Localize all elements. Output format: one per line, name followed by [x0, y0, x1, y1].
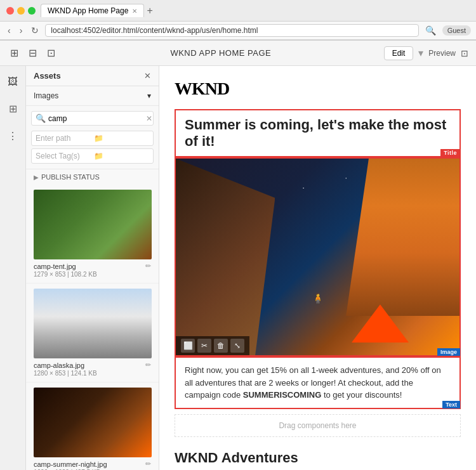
tab-title: WKND App Home Page [48, 6, 128, 15]
guest-badge: Guest [442, 25, 471, 36]
folder-icon: 📁 [94, 134, 150, 143]
tag-placeholder: Select Tag(s) [36, 152, 91, 160]
asset-edit-icon[interactable]: ✏ [145, 460, 151, 468]
adventures-title: WKND Adventures [175, 450, 461, 466]
tag-folder-icon: 📁 [94, 152, 150, 160]
drag-hint: Drag components here [175, 414, 461, 437]
content-area: WKND Summer is coming, let's make the mo… [159, 66, 476, 470]
tag-select-row[interactable]: Select Tag(s) 📁 [31, 148, 154, 164]
asset-meta: 1279 × 853 | 108.2 KB [34, 271, 151, 278]
asset-edit-icon[interactable]: ✏ [145, 361, 151, 369]
assets-sidebar: Assets ✕ Images ▾ 🔍 ✕ Enter path 📁 Selec… [26, 66, 159, 470]
address-bar: ‹ › ↻ 🔍 Guest [0, 22, 476, 40]
tab-bar: WKND App Home Page ✕ + [41, 4, 153, 17]
layers-icon[interactable]: ⊞ [8, 44, 21, 62]
publish-status-row[interactable]: ▶ PUBLISH STATUS [26, 169, 159, 185]
asset-thumbnail[interactable] [34, 388, 152, 457]
asset-search-bar: 🔍 ✕ [31, 111, 154, 126]
assets-icon[interactable]: 🖼 [5, 74, 20, 90]
edit-button[interactable]: Edit [384, 46, 414, 60]
grid-icon[interactable]: ⊡ [44, 44, 58, 62]
resize-tool-button[interactable]: ⤡ [230, 339, 244, 353]
crop-tool-button[interactable]: ⬜ [181, 339, 195, 353]
sidebar-close-icon[interactable]: ✕ [144, 71, 151, 81]
tent-body [352, 304, 409, 343]
traffic-lights [6, 7, 36, 15]
components-icon[interactable]: ⊞ [6, 100, 20, 117]
chevron-down-icon: ▾ [147, 91, 151, 100]
adventures-section: WKND Adventures ALL CAMPING CYCLING ROCK… [175, 450, 461, 471]
asset-item: camp-alaska.jpg ✏ 1280 × 853 | 124.1 KB [26, 284, 159, 382]
wknd-logo: WKND [175, 79, 461, 99]
minimize-button[interactable] [17, 7, 25, 15]
hero-text: Right now, you can get 15% on all 1-week… [185, 364, 451, 401]
title-component[interactable]: Summer is coming, let's make the most of… [175, 109, 461, 157]
asset-name: camp-alaska.jpg [34, 362, 84, 369]
toolbar-left: ⊞ ⊟ ⊡ [8, 44, 58, 62]
titlebar: WKND App Home Page ✕ + [0, 0, 476, 22]
path-input-row[interactable]: Enter path 📁 [31, 131, 154, 146]
close-button[interactable] [6, 7, 14, 15]
maximize-button[interactable] [28, 7, 36, 15]
asset-search-input[interactable] [48, 114, 143, 123]
sidebar-header-actions: ✕ [144, 71, 151, 81]
cut-tool-button[interactable]: ✂ [197, 339, 211, 353]
chevron-right-icon: ▶ [34, 174, 39, 181]
asset-meta: 1280 × 853 | 124.1 KB [34, 370, 151, 377]
figure: 🧍 [312, 292, 324, 304]
search-icon[interactable]: 🔍 [423, 24, 439, 37]
browser-tab[interactable]: WKND App Home Page ✕ [41, 4, 144, 17]
url-input[interactable] [45, 24, 418, 37]
asset-name-row: camp-tent.jpg ✏ [34, 262, 151, 270]
toolbar-actions: Edit ▾ Preview ⊡ [384, 46, 468, 60]
search-clear-icon[interactable]: ✕ [146, 114, 152, 123]
asset-item: camp-summer-night.jpg ✏ 1620 × 1080 | 42… [26, 382, 159, 470]
new-tab-button[interactable]: + [147, 5, 152, 16]
sidebar-icon-strip: 🖼 ⊞ ⋮ [0, 66, 26, 470]
asset-name: camp-summer-night.jpg [34, 460, 107, 468]
image-component[interactable]: 🧍 ⬜ ✂ 🗑 ⤡ Image [175, 157, 461, 356]
sidebar-header: Assets ✕ [26, 66, 159, 86]
forward-button[interactable]: › [17, 24, 25, 37]
assets-type-label: Images [34, 91, 58, 100]
asset-item: camp-tent.jpg ✏ 1279 × 853 | 108.2 KB [26, 185, 159, 284]
text-badge: Text [442, 401, 460, 408]
text-component[interactable]: Right now, you can get 15% on all 1-week… [175, 356, 461, 409]
tent [352, 304, 409, 343]
preview-button[interactable]: Preview [428, 49, 456, 58]
share-icon[interactable]: ⊡ [461, 48, 468, 58]
page-title: WKND APP HOME PAGE [58, 48, 384, 58]
sidebar-title: Assets [34, 71, 61, 81]
asset-name: camp-tent.jpg [34, 263, 76, 270]
tab-close-icon[interactable]: ✕ [132, 8, 137, 15]
asset-name-row: camp-summer-night.jpg ✏ [34, 460, 151, 468]
hero-image: 🧍 ⬜ ✂ 🗑 ⤡ [176, 159, 459, 355]
asset-name-row: camp-alaska.jpg ✏ [34, 361, 151, 369]
publish-status-label: PUBLISH STATUS [41, 173, 100, 181]
image-toolbar: ⬜ ✂ 🗑 ⤡ [176, 336, 249, 355]
panel-icon[interactable]: ⊟ [26, 44, 39, 62]
main-layout: 🖼 ⊞ ⋮ Assets ✕ Images ▾ 🔍 ✕ Enter path 📁… [0, 66, 476, 470]
browser-chrome: WKND App Home Page ✕ + ‹ › ↻ 🔍 Guest [0, 0, 476, 41]
refresh-button[interactable]: ↻ [29, 24, 41, 37]
app-toolbar: ⊞ ⊟ ⊡ WKND APP HOME PAGE Edit ▾ Preview … [0, 41, 476, 66]
asset-edit-icon[interactable]: ✏ [145, 262, 151, 270]
search-icon: 🔍 [36, 114, 46, 123]
back-button[interactable]: ‹ [5, 24, 13, 37]
title-badge: Title [440, 149, 460, 157]
path-placeholder: Enter path [36, 134, 91, 143]
tree-icon[interactable]: ⋮ [5, 127, 20, 145]
delete-tool-button[interactable]: 🗑 [214, 339, 228, 353]
asset-thumbnail[interactable] [34, 289, 152, 358]
hero-title: Summer is coming, let's make the most of… [185, 117, 451, 150]
assets-type-dropdown[interactable]: Images ▾ [26, 86, 159, 106]
image-badge: Image [437, 348, 460, 356]
asset-thumbnail[interactable] [34, 190, 152, 259]
